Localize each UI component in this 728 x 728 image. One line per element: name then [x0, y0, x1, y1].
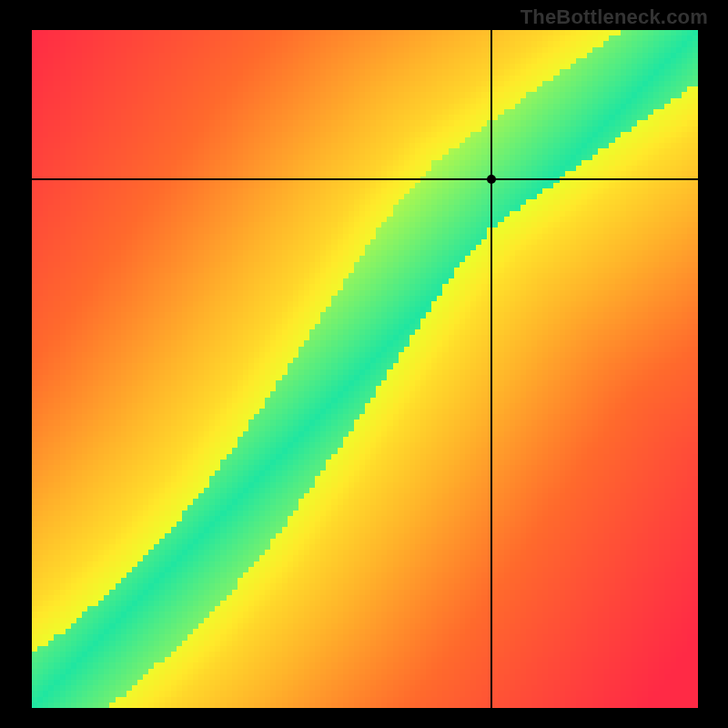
heatmap-plot — [32, 30, 698, 708]
crosshair-marker — [487, 175, 496, 184]
crosshair-horizontal — [32, 178, 698, 180]
watermark-text: TheBottleneck.com — [521, 5, 708, 29]
crosshair-vertical — [490, 30, 492, 708]
heatmap-canvas — [32, 30, 698, 708]
